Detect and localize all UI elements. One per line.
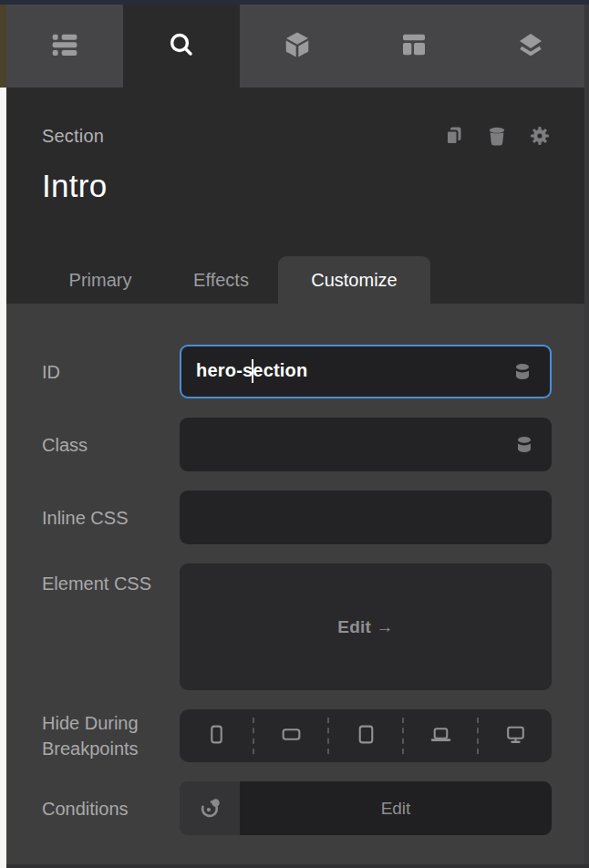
conditions-control: Edit	[180, 781, 552, 835]
id-input[interactable]: hero-section	[180, 345, 552, 398]
phone-portrait-icon	[205, 723, 228, 749]
breakpoint-laptop-toggle[interactable]	[404, 709, 477, 762]
laptop-icon	[429, 723, 452, 749]
database-icon[interactable]	[512, 361, 533, 383]
section-tabs: Primary Effects Customize	[6, 256, 589, 304]
page-title: Intro	[6, 148, 589, 204]
breakpoint-tablet-toggle[interactable]	[329, 709, 402, 762]
class-input[interactable]	[180, 418, 552, 471]
id-value: hero-section	[196, 360, 307, 384]
inline-css-input[interactable]	[180, 491, 552, 544]
toolbar-tab-elements[interactable]	[240, 5, 356, 88]
element-css-edit-button[interactable]: Edit →	[180, 563, 552, 690]
class-row: Class	[42, 418, 552, 471]
toolbar-tab-list[interactable]	[6, 5, 123, 88]
list-icon	[50, 30, 79, 63]
tablet-icon	[355, 723, 377, 749]
tab-customize[interactable]: Customize	[278, 256, 430, 304]
inline-css-row: Inline CSS	[42, 491, 552, 544]
duplicate-icon[interactable]	[442, 124, 466, 148]
inline-css-label: Inline CSS	[42, 505, 180, 531]
breakpoint-desktop-toggle[interactable]	[479, 709, 552, 762]
cube-icon	[283, 30, 312, 63]
breakpoints-row: Hide During Breakpoints	[42, 709, 552, 762]
gear-icon[interactable]	[528, 124, 552, 148]
tab-primary[interactable]: Primary	[36, 256, 164, 304]
header-actions	[442, 124, 552, 148]
panel-header: Section	[6, 88, 589, 304]
layers-icon	[516, 30, 545, 63]
breakpoints-toggle-group	[180, 709, 552, 762]
element-css-label: Element CSS	[42, 563, 180, 690]
conditions-row: Conditions Edit	[42, 781, 552, 835]
toolbar-tab-layers[interactable]	[472, 5, 589, 88]
tab-effects[interactable]: Effects	[164, 256, 278, 304]
trash-icon[interactable]	[485, 124, 509, 148]
toolbar-tab-layout[interactable]	[356, 5, 472, 88]
panel-toolbar	[6, 5, 589, 88]
condition-dial-icon[interactable]	[180, 781, 240, 835]
class-label: Class	[42, 432, 180, 458]
breakpoint-phone-landscape-toggle[interactable]	[254, 709, 327, 762]
conditions-label: Conditions	[42, 796, 180, 822]
element-css-row: Element CSS Edit →	[42, 563, 552, 690]
breadcrumb: Section	[42, 126, 104, 147]
customize-form: ID hero-section Class	[6, 304, 589, 868]
desktop-icon	[504, 723, 527, 749]
phone-landscape-icon	[280, 723, 303, 749]
canvas-backdrop-sliver	[0, 5, 6, 88]
panel-right-edge	[584, 5, 589, 868]
arrow-right-icon: →	[376, 617, 393, 636]
text-caret	[252, 359, 253, 383]
id-label: ID	[42, 359, 180, 385]
breakpoints-label: Hide During Breakpoints	[42, 710, 180, 761]
search-icon	[167, 30, 196, 63]
toolbar-tab-search[interactable]	[123, 5, 240, 88]
layout-icon	[399, 30, 429, 63]
breakpoint-phone-portrait-toggle[interactable]	[180, 709, 253, 762]
settings-panel: Section	[6, 5, 589, 868]
database-icon[interactable]	[513, 434, 535, 456]
panel-bottom-edge	[6, 864, 589, 868]
conditions-edit-button[interactable]: Edit	[240, 781, 552, 835]
id-row: ID hero-section	[42, 345, 552, 398]
